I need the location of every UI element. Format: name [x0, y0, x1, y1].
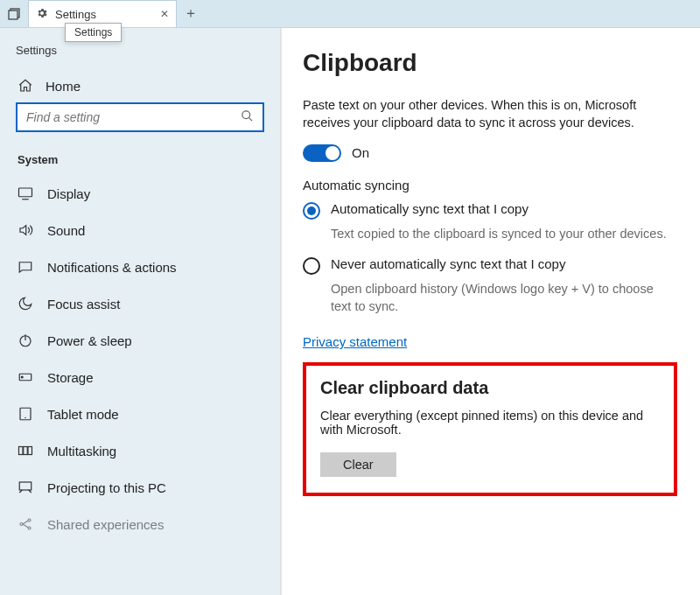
sidebar-item-storage[interactable]: Storage	[0, 359, 280, 396]
radio-auto-sync-sub: Text copied to the clipboard is synced t…	[331, 225, 677, 242]
sync-toggle[interactable]	[303, 144, 341, 162]
pane-divider	[280, 28, 283, 595]
sidebar-group-label: System	[0, 148, 280, 175]
gear-icon	[36, 7, 48, 22]
sidebar-item-label: Shared experiences	[47, 517, 164, 532]
multitasking-icon	[18, 443, 33, 458]
notifications-icon	[18, 259, 33, 275]
focus-assist-icon	[18, 296, 33, 312]
content-pane: Clipboard Paste text on your other devic…	[280, 28, 700, 595]
svg-rect-13	[24, 447, 28, 455]
sidebar-item-label: Focus assist	[47, 297, 120, 312]
search-icon	[241, 109, 254, 125]
sound-icon	[18, 222, 33, 238]
display-icon	[18, 186, 33, 201]
new-tab-button[interactable]: ＋	[177, 0, 205, 27]
sync-toggle-label: On	[352, 145, 369, 160]
auto-sync-heading: Automatic syncing	[303, 178, 677, 192]
sidebar-item-label: Sound	[47, 223, 85, 238]
search-input-wrap[interactable]	[16, 102, 264, 132]
projecting-icon	[18, 480, 33, 495]
radio-never-sync-sub: Open clipboard history (Windows logo key…	[331, 280, 677, 316]
storage-icon	[18, 369, 33, 385]
svg-point-2	[242, 111, 250, 119]
svg-rect-12	[19, 447, 24, 455]
svg-point-9	[21, 376, 23, 378]
svg-point-17	[28, 519, 31, 522]
sidebar-item-label: Power & sleep	[47, 333, 132, 348]
clear-button[interactable]: Clear	[320, 452, 396, 477]
close-icon[interactable]: ✕	[160, 8, 169, 20]
radio-selected-icon	[303, 202, 320, 220]
clear-description: Clear everything (except pinned items) o…	[320, 409, 660, 437]
page-title: Clipboard	[303, 49, 677, 77]
tab-label: Settings	[55, 8, 96, 21]
sidebar-item-sound[interactable]: Sound	[0, 212, 280, 248]
search-input[interactable]	[26, 110, 241, 124]
sidebar-item-label: Tablet mode	[47, 407, 119, 422]
sidebar-item-label: Display	[47, 186, 90, 201]
svg-rect-14	[28, 447, 32, 455]
radio-auto-sync[interactable]: Automatically sync text that I copy	[303, 201, 677, 220]
clear-clipboard-highlight: Clear clipboard data Clear everything (e…	[303, 362, 677, 496]
svg-point-18	[28, 527, 31, 529]
tablet-icon	[18, 406, 33, 422]
sidebar-item-projecting[interactable]: Projecting to this PC	[0, 469, 280, 506]
sidebar-item-multitasking[interactable]: Multitasking	[0, 432, 280, 469]
radio-label: Automatically sync text that I copy	[331, 201, 528, 216]
power-icon	[18, 332, 33, 348]
sidebar-item-label: Storage	[47, 370, 94, 385]
sidebar-item-power-sleep[interactable]: Power & sleep	[0, 322, 280, 359]
svg-point-16	[20, 523, 23, 526]
tab-overlap-icon[interactable]	[0, 0, 28, 27]
sidebar: Settings Home System Display Sound Notif…	[0, 28, 280, 595]
svg-line-3	[248, 117, 252, 121]
app-title: Settings	[0, 44, 280, 69]
sidebar-item-display[interactable]: Display	[0, 175, 280, 212]
radio-label: Never automatically sync text that I cop…	[331, 256, 565, 271]
sidebar-item-label: Multitasking	[47, 444, 116, 458]
sidebar-item-focus-assist[interactable]: Focus assist	[0, 285, 280, 322]
sidebar-item-tablet-mode[interactable]: Tablet mode	[0, 396, 280, 432]
sidebar-home[interactable]: Home	[0, 69, 280, 102]
radio-unselected-icon	[303, 257, 320, 275]
tab-tooltip: Settings	[65, 23, 122, 42]
clear-heading: Clear clipboard data	[320, 378, 660, 398]
privacy-link[interactable]: Privacy statement	[303, 334, 407, 349]
svg-rect-15	[19, 482, 32, 490]
sidebar-home-label: Home	[46, 79, 80, 94]
sidebar-item-notifications[interactable]: Notifications & actions	[0, 248, 280, 285]
sync-description: Paste text on your other devices. When t…	[303, 96, 677, 132]
svg-rect-4	[19, 188, 32, 197]
home-icon	[18, 78, 33, 94]
sidebar-item-label: Notifications & actions	[47, 260, 177, 275]
sidebar-item-shared-experiences[interactable]: Shared experiences	[0, 506, 280, 542]
share-icon	[18, 516, 33, 532]
svg-rect-1	[9, 10, 18, 19]
sidebar-item-label: Projecting to this PC	[47, 480, 166, 495]
radio-never-sync[interactable]: Never automatically sync text that I cop…	[303, 256, 677, 275]
sync-toggle-row: On	[303, 144, 677, 162]
